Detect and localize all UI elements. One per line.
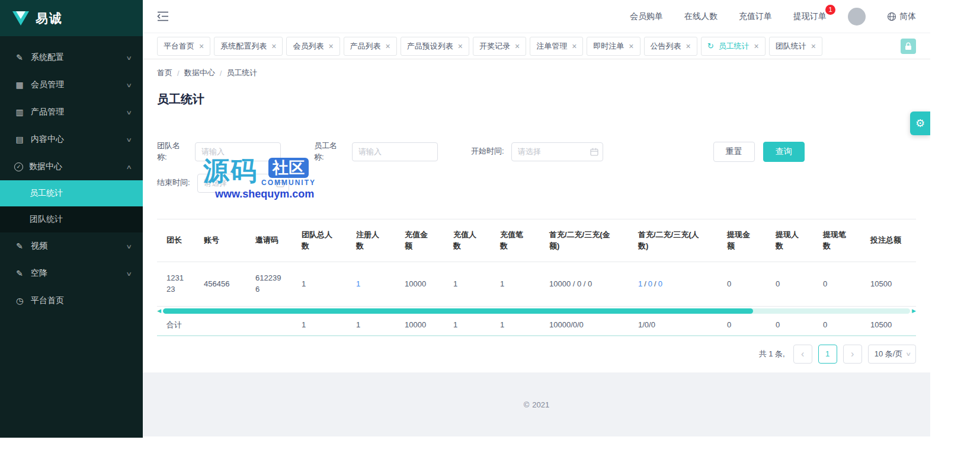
nav-recharge-orders[interactable]: 充值订单 [739, 11, 772, 22]
close-icon[interactable]: × [515, 42, 520, 50]
search-button[interactable]: 查询 [763, 142, 805, 162]
scroll-right-icon[interactable]: ▶ [910, 307, 916, 315]
tab-bet-management[interactable]: 注单管理 × [530, 37, 583, 56]
close-icon[interactable]: × [686, 42, 691, 50]
scroll-left-icon[interactable]: ◀ [157, 307, 163, 315]
sidebar-item-content-center[interactable]: ▤ 内容中心 ∨ [0, 126, 143, 153]
start-time-input[interactable] [511, 142, 603, 161]
chevron-down-icon: ∨ [126, 109, 132, 116]
sidebar-item-system-config[interactable]: ✎ 系统配置 ∨ [0, 44, 143, 71]
close-icon[interactable]: × [629, 42, 633, 50]
tab-member-list[interactable]: 会员列表 × [286, 37, 340, 56]
close-icon[interactable]: × [199, 42, 204, 50]
col-recharge-users: 充值人数 [444, 219, 491, 262]
sidebar-item-label: 会员管理 [31, 79, 127, 90]
filter-staff-name: 员工名称: [314, 141, 438, 163]
close-icon[interactable]: × [328, 42, 333, 50]
tab-label: 即时注单 [593, 41, 624, 52]
registered-link[interactable]: 1 [356, 279, 360, 288]
total-registered: 1 [347, 316, 395, 336]
team-name-input[interactable] [195, 142, 281, 161]
grid-icon: ▥ [14, 107, 25, 117]
tab-staff-stats[interactable]: ↻ 员工统计 × [701, 37, 766, 56]
tab-label: 平台首页 [164, 41, 194, 52]
col-leader: 团长 [157, 219, 194, 262]
sidebar-item-airdrop[interactable]: ✎ 空降 ∨ [0, 260, 143, 287]
lock-tabs-button[interactable] [901, 39, 916, 54]
cell-first-counts: 1/0/0 [629, 262, 718, 307]
edit-square-icon: ✎ [14, 269, 25, 278]
chevron-down-icon: ∨ [126, 243, 132, 250]
next-page-button[interactable]: › [843, 345, 862, 364]
sidebar-item-platform-home[interactable]: ◷ 平台首页 [0, 287, 143, 314]
sidebar-submenu-data-center: 员工统计 团队统计 [0, 180, 143, 232]
end-time-input[interactable] [197, 174, 289, 193]
globe-icon [887, 12, 896, 21]
avatar[interactable] [848, 8, 866, 26]
close-icon[interactable]: × [754, 42, 759, 50]
table-row: 123123 456456 6122396 1 1 10000 1 1 1000… [157, 262, 916, 307]
lock-icon [904, 42, 913, 51]
brand-triangle-icon [12, 11, 30, 26]
prev-page-button[interactable]: ‹ [793, 345, 812, 364]
pagination: 共 1 条, ‹ 1 › 10 条/页 ∨ [157, 345, 916, 364]
settings-fab-button[interactable]: ⚙ [910, 111, 930, 135]
sidebar: 易诚 ✎ 系统配置 ∨ ▦ 会员管理 ∨ ▥ 产品管理 ∨ ▤ 内容中心 ∨ [0, 0, 143, 438]
filter-row-2: 结束时间: [157, 174, 916, 193]
page-size-select[interactable]: 10 条/页 ∨ [868, 345, 916, 364]
tab-platform-home[interactable]: 平台首页 × [157, 37, 210, 56]
close-icon[interactable]: × [458, 42, 463, 50]
brand-name: 易诚 [36, 10, 63, 27]
tab-product-list[interactable]: 产品列表 × [344, 37, 397, 56]
breadcrumb-separator: / [177, 69, 180, 78]
tab-team-stats[interactable]: 团队统计 × [769, 37, 822, 56]
brand-logo[interactable]: 易诚 [0, 0, 143, 36]
sidebar-item-data-center[interactable]: ✓ 数据中心 ∧ [0, 153, 143, 180]
total-invite-code [246, 316, 292, 336]
total-withdraw-count: 0 [814, 316, 861, 336]
breadcrumb-data-center[interactable]: 数据中心 [184, 68, 215, 78]
third-count-link[interactable]: 0 [658, 279, 662, 288]
filter-actions: 重置 查询 [713, 142, 805, 162]
scrollbar-track[interactable] [163, 308, 910, 314]
reset-button[interactable]: 重置 [713, 142, 755, 162]
document-icon: ▤ [14, 135, 25, 144]
total-recharge-amount: 10000 [395, 316, 444, 336]
sidebar-subitem-label: 员工统计 [30, 188, 63, 199]
nav-online-users[interactable]: 在线人数 [684, 11, 718, 22]
close-icon[interactable]: × [572, 42, 577, 50]
sidebar-item-product-management[interactable]: ▥ 产品管理 ∨ [0, 98, 143, 126]
language-switcher[interactable]: 简体 [887, 11, 916, 22]
close-icon[interactable]: × [386, 42, 390, 50]
sidebar-item-member-management[interactable]: ▦ 会员管理 ∨ [0, 71, 143, 98]
scrollbar-thumb[interactable] [163, 308, 753, 314]
chevron-down-icon: ∨ [126, 136, 132, 143]
tab-label: 产品预设列表 [407, 41, 453, 52]
nav-withdraw-orders[interactable]: 提现订单 1 [793, 11, 827, 22]
refresh-icon[interactable]: ↻ [707, 42, 714, 50]
first-count-link[interactable]: 1 [638, 279, 642, 288]
close-icon[interactable]: × [271, 42, 276, 50]
sidebar-item-video[interactable]: ✎ 视频 ∨ [0, 232, 143, 260]
sidebar-item-team-stats[interactable]: 团队统计 [0, 206, 143, 232]
tab-lottery-records[interactable]: 开奖记录 × [473, 37, 526, 56]
tab-product-preset-list[interactable]: 产品预设列表 × [401, 37, 469, 56]
cell-withdraw-users: 0 [766, 262, 814, 307]
collapse-sidebar-icon[interactable] [157, 11, 169, 21]
tab-announcement-list[interactable]: 公告列表 × [644, 37, 697, 56]
staff-name-input[interactable] [352, 142, 438, 161]
breadcrumb: 首页 / 数据中心 / 员工统计 [157, 68, 916, 78]
page-1-button[interactable]: 1 [818, 345, 837, 364]
page-title: 员工统计 [157, 91, 916, 107]
close-icon[interactable]: × [811, 42, 816, 50]
tab-system-config-list[interactable]: 系统配置列表 × [214, 37, 283, 56]
clock-icon: ◷ [14, 296, 25, 305]
second-count-link[interactable]: 0 [648, 279, 652, 288]
tab-realtime-bets[interactable]: 即时注单 × [587, 37, 640, 56]
breadcrumb-home[interactable]: 首页 [157, 68, 172, 78]
tab-label: 团队统计 [776, 41, 806, 52]
total-recharge-count: 1 [491, 316, 540, 336]
sidebar-item-staff-stats[interactable]: 员工统计 [0, 180, 143, 206]
nav-member-orders[interactable]: 会员购单 [630, 11, 663, 22]
page-size-value: 10 条/页 [875, 349, 903, 359]
